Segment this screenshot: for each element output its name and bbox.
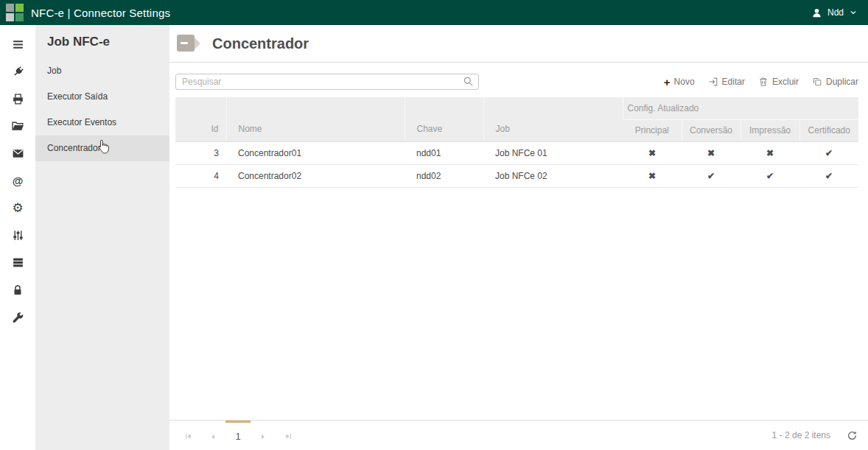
table-body: 3Concentrador01ndd01Job NFCe 01✖✖✖✔4Conc… xyxy=(175,141,858,187)
folder-icon xyxy=(12,120,24,133)
table-header: Id Nome Chave Job Config. Atualizado Pri… xyxy=(175,97,858,141)
rail-item-queues[interactable] xyxy=(0,249,35,276)
app-window: NFC-e | Connector Settings Ndd @ xyxy=(0,0,868,450)
duplicate-button-label: Duplicar xyxy=(826,77,858,87)
page-icon xyxy=(175,32,202,55)
duplicate-button[interactable]: Duplicar xyxy=(812,77,858,87)
lock-icon xyxy=(12,284,24,296)
edit-icon xyxy=(708,77,718,87)
delete-button[interactable]: Excluir xyxy=(758,77,799,87)
user-menu[interactable]: Ndd xyxy=(811,7,858,18)
column-header-nome[interactable]: Nome xyxy=(226,97,405,141)
gear-icon: ⚙ xyxy=(12,202,23,214)
next-page-button[interactable] xyxy=(251,421,276,450)
column-header-chave[interactable]: Chave xyxy=(405,97,483,141)
user-icon xyxy=(811,7,822,18)
plus-icon: + xyxy=(664,77,671,88)
rail-item-connector[interactable] xyxy=(0,58,35,85)
column-header-impressao[interactable]: Impressão xyxy=(741,119,799,141)
last-page-button[interactable] xyxy=(276,421,301,450)
cross-icon: ✖ xyxy=(741,141,799,164)
column-header-principal[interactable]: Principal xyxy=(623,119,682,141)
search-icon[interactable] xyxy=(463,76,474,90)
check-icon: ✔ xyxy=(799,141,858,164)
check-icon: ✔ xyxy=(682,164,741,187)
first-page-button[interactable] xyxy=(175,421,200,450)
rows-icon xyxy=(12,256,24,269)
trash-icon xyxy=(758,77,769,87)
cell-nome: Concentrador02 xyxy=(226,164,405,187)
at-sign-icon: @ xyxy=(13,175,24,187)
last-page-icon xyxy=(284,432,293,440)
icon-rail: @ ⚙ xyxy=(0,25,35,450)
delete-button-label: Excluir xyxy=(772,77,799,87)
cell-job: Job NFCe 01 xyxy=(483,141,623,164)
sidebar-item-concentrador[interactable]: Concentrador xyxy=(35,136,169,161)
sidebar-title: Job NFC-e xyxy=(35,25,169,58)
chevron-down-icon xyxy=(849,8,858,17)
pager-bar: 1 1 - 2 de 2 itens xyxy=(169,420,868,450)
current-page: 1 xyxy=(235,431,240,442)
sliders-icon xyxy=(12,229,24,242)
pager: 1 xyxy=(175,421,301,450)
column-header-job[interactable]: Job xyxy=(483,97,623,141)
check-icon: ✔ xyxy=(799,164,858,187)
page-title: Concentrador xyxy=(212,35,309,52)
rail-item-menu[interactable] xyxy=(0,31,35,58)
cell-id: 3 xyxy=(175,141,226,164)
app-title: NFC-e | Connector Settings xyxy=(31,7,811,19)
cell-job: Job NFCe 02 xyxy=(483,164,623,187)
cross-icon: ✖ xyxy=(623,164,682,187)
data-table: Id Nome Chave Job Config. Atualizado Pri… xyxy=(175,97,858,188)
first-page-icon xyxy=(184,432,192,440)
table-row[interactable]: 4Concentrador02ndd02Job NFCe 02✖✔✔✔ xyxy=(175,164,858,187)
refresh-button[interactable] xyxy=(847,430,858,441)
edit-button-label: Editar xyxy=(722,77,745,87)
rail-item-folder[interactable] xyxy=(0,113,35,140)
rail-item-at[interactable]: @ xyxy=(0,167,35,194)
page-number-button[interactable]: 1 xyxy=(225,421,251,450)
plug-icon xyxy=(12,66,24,78)
printer-icon xyxy=(12,93,24,105)
topbar: NFC-e | Connector Settings Ndd xyxy=(0,0,868,25)
check-icon: ✔ xyxy=(741,164,799,187)
user-name: Ndd xyxy=(827,7,844,18)
cell-id: 4 xyxy=(175,164,226,187)
rail-item-security[interactable] xyxy=(0,276,35,303)
next-page-icon xyxy=(259,433,267,440)
new-button[interactable]: + Novo xyxy=(664,77,695,88)
main-content: Concentrador + Novo Editar xyxy=(169,25,868,450)
rail-item-printer[interactable] xyxy=(0,85,35,113)
envelope-icon xyxy=(12,147,24,160)
rail-item-mail[interactable] xyxy=(0,140,35,167)
cell-chave: ndd01 xyxy=(405,141,483,164)
cell-nome: Concentrador01 xyxy=(226,141,405,164)
column-header-id[interactable]: Id xyxy=(175,97,226,141)
edit-button[interactable]: Editar xyxy=(708,77,745,87)
menu-icon xyxy=(12,38,24,51)
column-group-config-atualizado: Config. Atualizado xyxy=(623,97,858,119)
sidebar-item-job[interactable]: Job xyxy=(35,58,169,84)
rail-item-settings[interactable]: ⚙ xyxy=(0,194,35,222)
page-header: Concentrador xyxy=(169,25,868,63)
refresh-icon xyxy=(847,430,858,441)
column-header-conversao[interactable]: Conversão xyxy=(682,119,741,141)
search-box xyxy=(175,74,479,90)
table-row[interactable]: 3Concentrador01ndd01Job NFCe 01✖✖✖✔ xyxy=(175,141,858,164)
rail-item-tools[interactable] xyxy=(0,303,35,331)
column-header-certificado[interactable]: Certificado xyxy=(799,119,858,141)
grid-toolbar: + Novo Editar Excluir Duplicar xyxy=(664,77,858,88)
rail-item-connector-settings[interactable] xyxy=(0,222,35,249)
sidebar-item-executor-eventos[interactable]: Executor Eventos xyxy=(35,110,169,136)
cell-chave: ndd02 xyxy=(405,164,483,187)
wrench-icon xyxy=(12,311,24,323)
prev-page-button[interactable] xyxy=(200,421,225,450)
duplicate-icon xyxy=(812,77,822,87)
new-button-label: Novo xyxy=(674,77,695,87)
cross-icon: ✖ xyxy=(623,141,682,164)
search-input[interactable] xyxy=(175,74,479,90)
prev-page-icon xyxy=(209,433,217,440)
content-area: + Novo Editar Excluir Duplicar xyxy=(169,63,868,420)
sidebar-item-executor-sa-da[interactable]: Executor Saída xyxy=(35,84,169,110)
cross-icon: ✖ xyxy=(682,141,741,164)
